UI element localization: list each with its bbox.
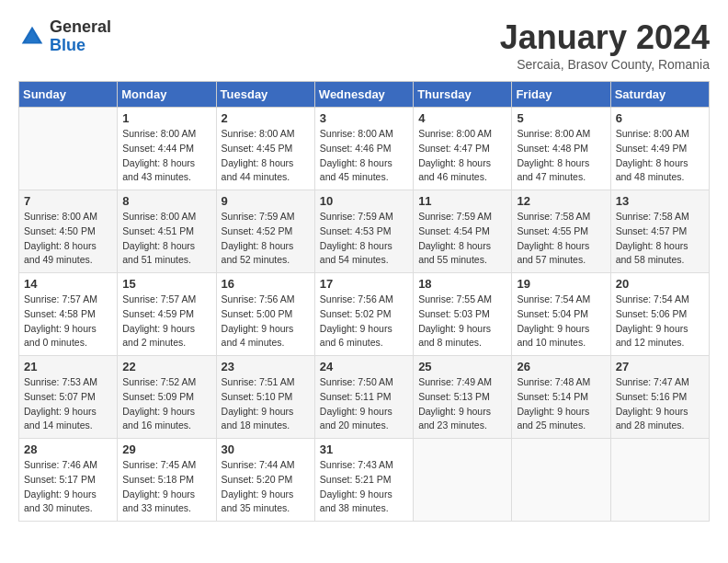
day-number: 27 bbox=[616, 360, 704, 373]
calendar-cell: 16Sunrise: 7:56 AMSunset: 5:00 PMDayligh… bbox=[216, 273, 314, 356]
calendar-cell bbox=[512, 439, 610, 522]
day-number: 3 bbox=[320, 111, 408, 125]
day-info: Sunrise: 7:57 AMSunset: 4:58 PMDaylight:… bbox=[24, 293, 112, 350]
calendar-cell: 15Sunrise: 7:57 AMSunset: 4:59 PMDayligh… bbox=[118, 273, 216, 356]
calendar-cell: 23Sunrise: 7:51 AMSunset: 5:10 PMDayligh… bbox=[216, 356, 314, 439]
day-number: 21 bbox=[24, 360, 112, 373]
day-number: 1 bbox=[122, 111, 210, 125]
calendar-cell: 29Sunrise: 7:45 AMSunset: 5:18 PMDayligh… bbox=[118, 439, 216, 522]
calendar-cell: 22Sunrise: 7:52 AMSunset: 5:09 PMDayligh… bbox=[118, 356, 216, 439]
header-saturday: Saturday bbox=[610, 82, 709, 108]
day-number: 24 bbox=[320, 360, 408, 373]
header-monday: Monday bbox=[118, 82, 216, 108]
day-number: 29 bbox=[122, 442, 210, 456]
page-header: General Blue January 2024 Sercaia, Braso… bbox=[18, 18, 710, 72]
calendar-cell bbox=[414, 439, 512, 522]
calendar-cell: 26Sunrise: 7:48 AMSunset: 5:14 PMDayligh… bbox=[512, 356, 610, 439]
day-info: Sunrise: 7:44 AMSunset: 5:20 PMDaylight:… bbox=[222, 458, 310, 516]
day-info: Sunrise: 8:00 AMSunset: 4:50 PMDaylight:… bbox=[24, 210, 112, 268]
calendar-cell bbox=[610, 439, 709, 522]
day-number: 11 bbox=[418, 194, 506, 208]
day-number: 4 bbox=[418, 111, 506, 125]
calendar-cell: 18Sunrise: 7:55 AMSunset: 5:03 PMDayligh… bbox=[414, 273, 512, 356]
day-info: Sunrise: 8:00 AMSunset: 4:47 PMDaylight:… bbox=[418, 127, 506, 185]
day-info: Sunrise: 7:58 AMSunset: 4:57 PMDaylight:… bbox=[616, 210, 704, 268]
calendar-cell: 6Sunrise: 8:00 AMSunset: 4:49 PMDaylight… bbox=[610, 108, 709, 190]
day-info: Sunrise: 7:56 AMSunset: 5:02 PMDaylight:… bbox=[320, 293, 408, 350]
calendar-cell: 27Sunrise: 7:47 AMSunset: 5:16 PMDayligh… bbox=[610, 356, 709, 439]
day-info: Sunrise: 7:43 AMSunset: 5:21 PMDaylight:… bbox=[320, 458, 408, 516]
day-number: 18 bbox=[418, 277, 506, 291]
day-number: 14 bbox=[24, 277, 112, 291]
calendar-cell: 12Sunrise: 7:58 AMSunset: 4:55 PMDayligh… bbox=[512, 190, 610, 273]
week-row-5: 28Sunrise: 7:46 AMSunset: 5:17 PMDayligh… bbox=[19, 439, 710, 522]
day-info: Sunrise: 8:00 AMSunset: 4:51 PMDaylight:… bbox=[122, 210, 210, 268]
day-number: 12 bbox=[517, 194, 605, 208]
location: Sercaia, Brasov County, Romania bbox=[500, 57, 710, 72]
day-number: 8 bbox=[122, 194, 210, 208]
day-number: 15 bbox=[122, 277, 210, 291]
calendar-cell: 20Sunrise: 7:54 AMSunset: 5:06 PMDayligh… bbox=[610, 273, 709, 356]
day-info: Sunrise: 7:56 AMSunset: 5:00 PMDaylight:… bbox=[222, 293, 310, 350]
day-info: Sunrise: 7:48 AMSunset: 5:14 PMDaylight:… bbox=[517, 375, 605, 433]
calendar-cell: 3Sunrise: 8:00 AMSunset: 4:46 PMDaylight… bbox=[314, 108, 413, 190]
calendar-cell: 31Sunrise: 7:43 AMSunset: 5:21 PMDayligh… bbox=[314, 439, 413, 522]
day-number: 13 bbox=[616, 194, 704, 208]
day-number: 16 bbox=[222, 277, 310, 291]
calendar-cell: 25Sunrise: 7:49 AMSunset: 5:13 PMDayligh… bbox=[414, 356, 512, 439]
calendar-cell: 21Sunrise: 7:53 AMSunset: 5:07 PMDayligh… bbox=[19, 356, 118, 439]
day-info: Sunrise: 8:00 AMSunset: 4:44 PMDaylight:… bbox=[122, 127, 210, 185]
day-info: Sunrise: 7:51 AMSunset: 5:10 PMDaylight:… bbox=[222, 375, 310, 433]
logo: General Blue bbox=[18, 18, 111, 55]
day-number: 22 bbox=[122, 360, 210, 373]
day-info: Sunrise: 7:45 AMSunset: 5:18 PMDaylight:… bbox=[122, 458, 210, 516]
day-number: 26 bbox=[517, 360, 605, 373]
day-info: Sunrise: 7:50 AMSunset: 5:11 PMDaylight:… bbox=[320, 375, 408, 433]
calendar-cell: 17Sunrise: 7:56 AMSunset: 5:02 PMDayligh… bbox=[314, 273, 413, 356]
calendar-cell: 11Sunrise: 7:59 AMSunset: 4:54 PMDayligh… bbox=[414, 190, 512, 273]
day-info: Sunrise: 7:59 AMSunset: 4:52 PMDaylight:… bbox=[222, 210, 310, 268]
day-number: 2 bbox=[222, 111, 310, 125]
week-row-3: 14Sunrise: 7:57 AMSunset: 4:58 PMDayligh… bbox=[19, 273, 710, 356]
day-info: Sunrise: 7:47 AMSunset: 5:16 PMDaylight:… bbox=[616, 375, 704, 433]
logo-text: General Blue bbox=[50, 18, 111, 55]
day-number: 5 bbox=[517, 111, 605, 125]
day-info: Sunrise: 7:52 AMSunset: 5:09 PMDaylight:… bbox=[122, 375, 210, 433]
day-info: Sunrise: 7:59 AMSunset: 4:53 PMDaylight:… bbox=[320, 210, 408, 268]
day-info: Sunrise: 7:53 AMSunset: 5:07 PMDaylight:… bbox=[24, 375, 112, 433]
week-row-2: 7Sunrise: 8:00 AMSunset: 4:50 PMDaylight… bbox=[19, 190, 710, 273]
day-info: Sunrise: 7:46 AMSunset: 5:17 PMDaylight:… bbox=[24, 458, 112, 516]
title-block: January 2024 Sercaia, Brasov County, Rom… bbox=[500, 18, 710, 72]
day-number: 23 bbox=[222, 360, 310, 373]
week-row-1: 1Sunrise: 8:00 AMSunset: 4:44 PMDaylight… bbox=[19, 108, 710, 190]
day-number: 30 bbox=[222, 442, 310, 456]
calendar-cell: 28Sunrise: 7:46 AMSunset: 5:17 PMDayligh… bbox=[19, 439, 118, 522]
calendar-cell: 4Sunrise: 8:00 AMSunset: 4:47 PMDaylight… bbox=[414, 108, 512, 190]
header-row: SundayMondayTuesdayWednesdayThursdayFrid… bbox=[19, 82, 710, 108]
day-info: Sunrise: 8:00 AMSunset: 4:48 PMDaylight:… bbox=[517, 127, 605, 185]
day-info: Sunrise: 7:59 AMSunset: 4:54 PMDaylight:… bbox=[418, 210, 506, 268]
logo-blue: Blue bbox=[50, 37, 111, 55]
calendar-cell: 10Sunrise: 7:59 AMSunset: 4:53 PMDayligh… bbox=[314, 190, 413, 273]
header-wednesday: Wednesday bbox=[314, 82, 413, 108]
day-number: 7 bbox=[24, 194, 112, 208]
day-info: Sunrise: 8:00 AMSunset: 4:45 PMDaylight:… bbox=[222, 127, 310, 185]
calendar-table: SundayMondayTuesdayWednesdayThursdayFrid… bbox=[18, 81, 710, 522]
day-number: 17 bbox=[320, 277, 408, 291]
day-info: Sunrise: 8:00 AMSunset: 4:46 PMDaylight:… bbox=[320, 127, 408, 185]
calendar-cell: 1Sunrise: 8:00 AMSunset: 4:44 PMDaylight… bbox=[118, 108, 216, 190]
day-number: 28 bbox=[24, 442, 112, 456]
logo-icon bbox=[18, 23, 46, 51]
day-number: 20 bbox=[616, 277, 704, 291]
header-sunday: Sunday bbox=[19, 82, 118, 108]
month-title: January 2024 bbox=[500, 18, 710, 57]
calendar-cell bbox=[19, 108, 118, 190]
day-info: Sunrise: 7:54 AMSunset: 5:04 PMDaylight:… bbox=[517, 293, 605, 350]
day-number: 19 bbox=[517, 277, 605, 291]
calendar-cell: 19Sunrise: 7:54 AMSunset: 5:04 PMDayligh… bbox=[512, 273, 610, 356]
day-number: 31 bbox=[320, 442, 408, 456]
calendar-cell: 8Sunrise: 8:00 AMSunset: 4:51 PMDaylight… bbox=[118, 190, 216, 273]
calendar-cell: 2Sunrise: 8:00 AMSunset: 4:45 PMDaylight… bbox=[216, 108, 314, 190]
calendar-cell: 30Sunrise: 7:44 AMSunset: 5:20 PMDayligh… bbox=[216, 439, 314, 522]
calendar-cell: 24Sunrise: 7:50 AMSunset: 5:11 PMDayligh… bbox=[314, 356, 413, 439]
